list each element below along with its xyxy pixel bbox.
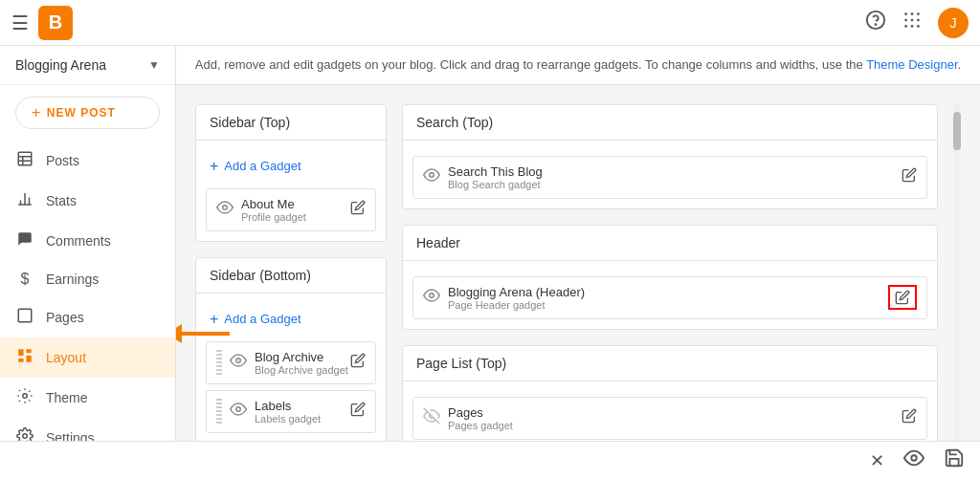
- header-content: Blogging Arena (Header) Page Header gadg…: [403, 261, 937, 329]
- visibility-icon[interactable]: [230, 352, 247, 374]
- theme-icon: [15, 387, 34, 408]
- svg-point-30: [430, 172, 434, 177]
- close-button[interactable]: ✕: [870, 450, 884, 471]
- header-section-header: Header: [403, 226, 937, 261]
- comments-icon: [15, 230, 34, 251]
- comments-label: Comments: [46, 233, 111, 249]
- svg-point-24: [23, 394, 28, 399]
- new-post-label: NEW POST: [47, 106, 116, 120]
- sidebar-bottom-add-gadget[interactable]: + Add a Gadget: [206, 303, 376, 336]
- search-info: Search This Blog Blog Search gadget: [448, 164, 902, 190]
- sidebar-item-comments[interactable]: Comments: [0, 221, 175, 261]
- header-edit-icon[interactable]: [888, 285, 917, 310]
- svg-rect-20: [18, 349, 23, 356]
- svg-point-33: [911, 455, 917, 461]
- blog-archive-edit-icon[interactable]: [350, 353, 366, 372]
- svg-point-4: [917, 12, 920, 15]
- main-layout: Blogging Arena ▼ + NEW POST Posts Stats: [0, 46, 980, 441]
- drag-handle[interactable]: [216, 399, 222, 425]
- theme-label: Theme: [46, 390, 88, 405]
- svg-point-8: [904, 25, 907, 28]
- scrollbar[interactable]: [953, 104, 961, 442]
- search-name: Search This Blog: [448, 164, 902, 179]
- help-icon[interactable]: [865, 10, 886, 35]
- sidebar-item-layout[interactable]: Layout: [0, 337, 175, 378]
- blog-name: Blogging Arena: [15, 57, 106, 73]
- header-gadget-sub: Page Header gadget: [448, 299, 888, 311]
- about-me-edit-icon[interactable]: [350, 200, 366, 219]
- add-gadget-label: Add a Gadget: [224, 159, 301, 173]
- add-gadget-label: Add a Gadget: [224, 312, 301, 326]
- sidebar-item-posts[interactable]: Posts: [0, 141, 175, 181]
- earnings-label: Earnings: [46, 272, 99, 287]
- visibility-icon[interactable]: [423, 287, 440, 309]
- blog-archive-sub: Blog Archive gadget: [255, 364, 350, 376]
- sidebar-item-theme[interactable]: Theme: [0, 378, 175, 418]
- stats-label: Stats: [46, 193, 77, 208]
- search-top-header: Search (Top): [403, 105, 937, 141]
- search-top-content: Search This Blog Blog Search gadget: [403, 141, 937, 208]
- dropdown-icon[interactable]: ▼: [148, 58, 160, 72]
- orange-arrow: [176, 324, 230, 343]
- layout-canvas: Sidebar (Top) + Add a Gadget About Me: [176, 85, 980, 442]
- pages-gadget: Pages Pages gadget: [412, 397, 927, 440]
- sidebar-top-header: Sidebar (Top): [196, 105, 386, 141]
- labels-info: Labels Labels gadget: [255, 399, 350, 425]
- sidebar-top-add-gadget[interactable]: + Add a Gadget: [206, 150, 376, 183]
- scrollbar-thumb[interactable]: [953, 112, 961, 150]
- drag-handle[interactable]: [216, 350, 222, 376]
- svg-point-28: [236, 358, 241, 362]
- svg-point-27: [223, 205, 228, 209]
- earnings-icon: $: [15, 271, 34, 288]
- sidebar-top-section: Sidebar (Top) + Add a Gadget About Me: [195, 104, 387, 242]
- labels-gadget: Labels Labels gadget: [206, 390, 376, 433]
- svg-point-6: [911, 19, 914, 22]
- pages-icon: [15, 307, 34, 328]
- save-button[interactable]: [944, 447, 965, 473]
- visibility-hidden-icon[interactable]: [423, 407, 440, 429]
- visibility-icon[interactable]: [423, 166, 440, 188]
- svg-rect-19: [18, 309, 32, 322]
- page-list-top-content: Pages Pages gadget: [403, 381, 937, 442]
- search-edit-icon[interactable]: [902, 167, 917, 186]
- sidebar-top-content: + Add a Gadget About Me Profile gadget: [196, 141, 386, 241]
- svg-rect-23: [18, 359, 23, 362]
- blog-archive-gadget: Blog Archive Blog Archive gadget: [206, 341, 376, 384]
- pages-gadget-sub: Pages gadget: [448, 420, 902, 431]
- labels-sub: Labels gadget: [255, 413, 350, 425]
- page-list-top-header: Page List (Top): [403, 346, 937, 381]
- svg-point-10: [917, 25, 920, 28]
- sidebar-item-earnings[interactable]: $ Earnings: [0, 261, 175, 297]
- settings-icon: [15, 427, 34, 441]
- labels-name: Labels: [255, 399, 350, 413]
- layout-left: Sidebar (Top) + Add a Gadget About Me: [195, 104, 387, 442]
- blog-archive-info: Blog Archive Blog Archive gadget: [255, 350, 350, 376]
- nav-items: Posts Stats Comments $ Earnings: [0, 141, 175, 441]
- about-me-name: About Me: [241, 197, 350, 211]
- sidebar-item-stats[interactable]: Stats: [0, 181, 175, 221]
- avatar[interactable]: J: [938, 8, 969, 38]
- visibility-icon[interactable]: [230, 401, 247, 423]
- pages-edit-icon[interactable]: [902, 408, 917, 427]
- new-post-button[interactable]: + NEW POST: [15, 97, 160, 129]
- preview-button[interactable]: [903, 447, 924, 473]
- about-me-sub: Profile gadget: [241, 211, 350, 223]
- blogger-logo: B: [38, 6, 73, 40]
- theme-designer-link[interactable]: Theme Designer: [866, 57, 957, 72]
- sidebar-bottom-content: + Add a Gadget Blog Archive Blog Archive…: [196, 294, 386, 442]
- svg-rect-21: [27, 349, 32, 353]
- sidebar-item-settings[interactable]: Settings: [0, 418, 175, 441]
- labels-edit-icon[interactable]: [350, 402, 366, 421]
- menu-icon[interactable]: ☰: [11, 11, 29, 34]
- layout-icon: [15, 347, 34, 368]
- sidebar-item-pages[interactable]: Pages: [0, 297, 175, 337]
- pages-label: Pages: [46, 310, 84, 325]
- info-bar: Add, remove and edit gadgets on your blo…: [176, 46, 980, 85]
- svg-point-2: [904, 12, 907, 15]
- visibility-icon[interactable]: [216, 199, 234, 221]
- topbar-right: J: [865, 8, 969, 38]
- grid-icon[interactable]: [902, 10, 923, 35]
- sidebar-bottom-header: Sidebar (Bottom): [196, 258, 386, 294]
- svg-point-3: [911, 12, 914, 15]
- plus-icon: +: [32, 104, 41, 121]
